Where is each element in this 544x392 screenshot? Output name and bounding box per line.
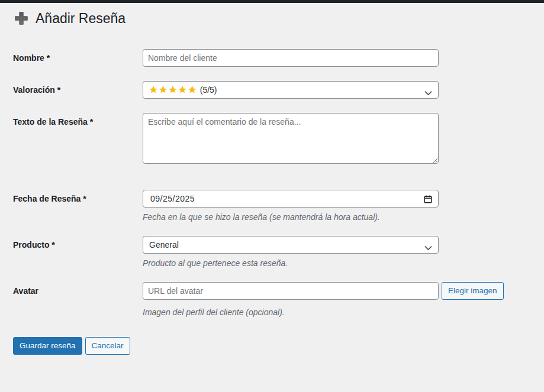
nombre-label: Nombre *	[13, 49, 143, 63]
avatar-label: Avatar	[13, 282, 143, 296]
producto-value: General	[149, 240, 179, 250]
fecha-label: Fecha de Reseña *	[13, 190, 143, 204]
valoracion-field: ★★★★★ (5/5)	[143, 81, 532, 99]
avatar-help-text: Imagen del perfil del cliente (opcional)…	[143, 307, 532, 317]
form-row-valoracion: Valoración * ★★★★★ (5/5)	[13, 81, 532, 99]
form-row-nombre: Nombre *	[13, 49, 532, 67]
producto-select[interactable]: General	[143, 236, 439, 254]
page-title: Añadir Reseña	[13, 10, 532, 27]
fecha-field: 09/25/2025 Fecha en la que se hizo la re…	[143, 190, 532, 222]
form-row-fecha: Fecha de Reseña * 09/25/2025 Fecha en la…	[13, 190, 532, 222]
texto-field	[143, 113, 532, 164]
rating-select[interactable]: ★★★★★ (5/5)	[143, 81, 439, 99]
add-review-form: Nombre * Valoración * ★★★★★ (5/5)	[13, 49, 532, 355]
plus-icon	[13, 11, 30, 26]
chevron-down-icon	[424, 88, 432, 98]
valoracion-label: Valoración *	[13, 81, 143, 95]
fecha-date-input[interactable]: 09/25/2025	[143, 190, 439, 208]
form-row-texto: Texto de la Reseña *	[13, 113, 532, 164]
cancel-button[interactable]: Cancelar	[85, 337, 130, 355]
rating-stars: ★★★★★	[149, 85, 198, 95]
review-text-textarea[interactable]	[143, 113, 439, 164]
form-row-producto: Producto * General Producto al que perte…	[13, 236, 532, 268]
chevron-down-icon	[424, 243, 432, 252]
fecha-value: 09/25/2025	[150, 194, 195, 203]
calendar-icon[interactable]	[423, 195, 433, 206]
form-actions: Guardar reseña Cancelar	[13, 337, 532, 355]
save-review-button[interactable]: Guardar reseña	[13, 337, 82, 355]
producto-label: Producto *	[13, 236, 143, 250]
producto-field: General Producto al que pertenece esta r…	[143, 236, 532, 268]
avatar-field: Elegir imagen Imagen del perfil del clie…	[143, 282, 532, 317]
nombre-field	[143, 49, 532, 67]
page-title-text: Añadir Reseña	[36, 10, 125, 27]
choose-image-button[interactable]: Elegir imagen	[442, 282, 504, 300]
avatar-url-input[interactable]	[143, 282, 439, 300]
form-row-avatar: Avatar Elegir imagen Imagen del perfil d…	[13, 282, 532, 317]
rating-value-text: (5/5)	[200, 85, 217, 95]
add-review-page: Añadir Reseña Nombre * Valoración * ★★★★…	[0, 3, 544, 355]
producto-help-text: Producto al que pertenece esta reseña.	[143, 258, 532, 268]
nombre-input[interactable]	[143, 49, 439, 67]
fecha-help-text: Fecha en la que se hizo la reseña (se ma…	[143, 212, 532, 222]
texto-label: Texto de la Reseña *	[13, 113, 143, 127]
